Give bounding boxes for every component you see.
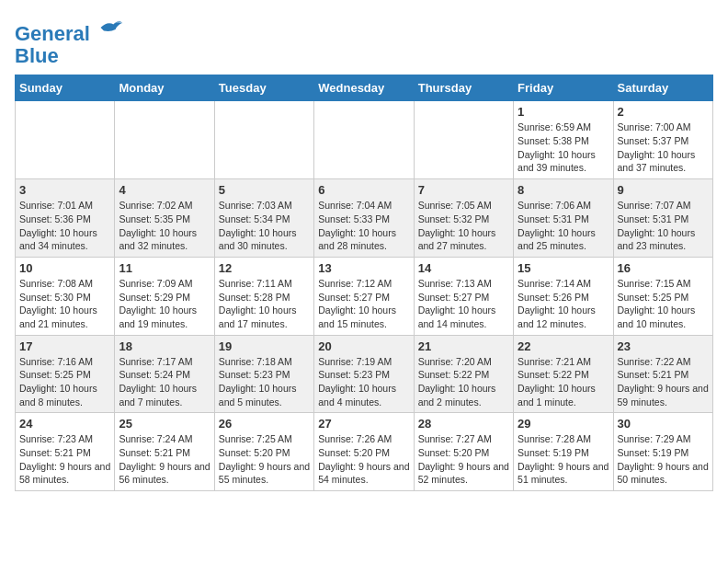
calendar-cell: 26Sunrise: 7:25 AM Sunset: 5:20 PM Dayli… [214,413,313,491]
day-number: 27 [318,417,409,431]
day-number: 28 [418,417,509,431]
day-info: Sunrise: 7:16 AM Sunset: 5:25 PM Dayligh… [19,355,110,409]
calendar-cell: 14Sunrise: 7:13 AM Sunset: 5:27 PM Dayli… [414,257,513,335]
calendar-cell: 30Sunrise: 7:29 AM Sunset: 5:19 PM Dayli… [613,413,712,491]
calendar-cell: 20Sunrise: 7:19 AM Sunset: 5:23 PM Dayli… [314,335,414,413]
day-number: 8 [518,183,609,197]
day-number: 16 [618,261,709,275]
day-info: Sunrise: 7:18 AM Sunset: 5:23 PM Dayligh… [219,355,310,409]
calendar-week-4: 24Sunrise: 7:23 AM Sunset: 5:21 PM Dayli… [16,413,713,491]
day-info: Sunrise: 7:06 AM Sunset: 5:31 PM Dayligh… [518,199,609,253]
day-info: Sunrise: 7:19 AM Sunset: 5:23 PM Dayligh… [318,355,409,409]
day-number: 15 [518,261,609,275]
calendar-cell: 23Sunrise: 7:22 AM Sunset: 5:21 PM Dayli… [613,335,712,413]
day-info: Sunrise: 7:26 AM Sunset: 5:20 PM Dayligh… [318,432,409,487]
calendar-cell: 17Sunrise: 7:16 AM Sunset: 5:25 PM Dayli… [16,335,115,413]
day-info: Sunrise: 7:17 AM Sunset: 5:24 PM Dayligh… [119,355,210,409]
day-info: Sunrise: 7:07 AM Sunset: 5:31 PM Dayligh… [618,199,709,253]
calendar-cell: 11Sunrise: 7:09 AM Sunset: 5:29 PM Dayli… [115,257,214,335]
day-number: 3 [19,183,110,197]
weekday-header-thursday: Thursday [414,75,513,101]
day-info: Sunrise: 7:12 AM Sunset: 5:27 PM Dayligh… [318,277,409,331]
weekday-header-sunday: Sunday [16,75,115,101]
calendar-cell: 5Sunrise: 7:03 AM Sunset: 5:34 PM Daylig… [214,179,313,258]
calendar-cell: 4Sunrise: 7:02 AM Sunset: 5:35 PM Daylig… [115,179,214,258]
day-info: Sunrise: 7:03 AM Sunset: 5:34 PM Dayligh… [219,199,310,253]
calendar-cell: 18Sunrise: 7:17 AM Sunset: 5:24 PM Dayli… [115,335,214,413]
weekday-header-saturday: Saturday [613,75,712,101]
weekday-header-friday: Friday [514,75,613,101]
day-number: 21 [418,339,509,353]
weekday-header-tuesday: Tuesday [214,75,313,101]
day-info: Sunrise: 7:15 AM Sunset: 5:25 PM Dayligh… [618,277,709,331]
calendar-cell [115,101,214,179]
calendar-cell: 6Sunrise: 7:04 AM Sunset: 5:33 PM Daylig… [314,179,414,258]
day-number: 29 [518,417,609,431]
day-number: 4 [119,183,210,197]
calendar-cell: 15Sunrise: 7:14 AM Sunset: 5:26 PM Dayli… [514,257,613,335]
weekday-header-monday: Monday [115,75,214,101]
day-info: Sunrise: 7:20 AM Sunset: 5:22 PM Dayligh… [418,355,509,409]
calendar-cell: 16Sunrise: 7:15 AM Sunset: 5:25 PM Dayli… [613,257,712,335]
day-number: 26 [219,417,310,431]
day-info: Sunrise: 7:08 AM Sunset: 5:30 PM Dayligh… [19,277,110,331]
day-info: Sunrise: 7:27 AM Sunset: 5:20 PM Dayligh… [418,432,509,487]
day-info: Sunrise: 7:25 AM Sunset: 5:20 PM Dayligh… [219,432,310,487]
calendar-cell: 10Sunrise: 7:08 AM Sunset: 5:30 PM Dayli… [16,257,115,335]
calendar-cell: 9Sunrise: 7:07 AM Sunset: 5:31 PM Daylig… [613,179,712,258]
day-info: Sunrise: 7:24 AM Sunset: 5:21 PM Dayligh… [119,432,210,487]
day-number: 23 [618,339,709,353]
calendar-cell: 19Sunrise: 7:18 AM Sunset: 5:23 PM Dayli… [214,335,313,413]
day-number: 10 [19,261,110,275]
day-info: Sunrise: 7:28 AM Sunset: 5:19 PM Dayligh… [518,432,609,487]
day-number: 13 [318,261,409,275]
logo-blue: Blue [15,45,123,67]
calendar-cell [414,101,513,179]
calendar-cell: 12Sunrise: 7:11 AM Sunset: 5:28 PM Dayli… [214,257,313,335]
calendar-week-3: 17Sunrise: 7:16 AM Sunset: 5:25 PM Dayli… [16,335,713,413]
calendar-cell [314,101,414,179]
calendar-header: SundayMondayTuesdayWednesdayThursdayFrid… [16,75,713,101]
calendar-body: 1Sunrise: 6:59 AM Sunset: 5:38 PM Daylig… [16,101,713,491]
calendar: SundayMondayTuesdayWednesdayThursdayFrid… [15,75,713,491]
day-number: 12 [219,261,310,275]
calendar-cell: 22Sunrise: 7:21 AM Sunset: 5:22 PM Dayli… [514,335,613,413]
day-number: 18 [119,339,210,353]
day-number: 14 [418,261,509,275]
day-number: 24 [19,417,110,431]
day-info: Sunrise: 7:00 AM Sunset: 5:37 PM Dayligh… [618,121,709,175]
calendar-cell: 28Sunrise: 7:27 AM Sunset: 5:20 PM Dayli… [414,413,513,491]
day-info: Sunrise: 6:59 AM Sunset: 5:38 PM Dayligh… [518,121,609,175]
day-info: Sunrise: 7:21 AM Sunset: 5:22 PM Dayligh… [518,355,609,409]
day-number: 5 [219,183,310,197]
day-number: 25 [119,417,210,431]
day-number: 6 [318,183,409,197]
calendar-cell: 2Sunrise: 7:00 AM Sunset: 5:37 PM Daylig… [613,101,712,179]
day-number: 20 [318,339,409,353]
calendar-cell: 3Sunrise: 7:01 AM Sunset: 5:36 PM Daylig… [16,179,115,258]
day-number: 7 [418,183,509,197]
calendar-week-1: 3Sunrise: 7:01 AM Sunset: 5:36 PM Daylig… [16,179,713,258]
day-info: Sunrise: 7:01 AM Sunset: 5:36 PM Dayligh… [19,199,110,253]
day-info: Sunrise: 7:05 AM Sunset: 5:32 PM Dayligh… [418,199,509,253]
calendar-cell: 8Sunrise: 7:06 AM Sunset: 5:31 PM Daylig… [514,179,613,258]
calendar-week-0: 1Sunrise: 6:59 AM Sunset: 5:38 PM Daylig… [16,101,713,179]
day-number: 9 [618,183,709,197]
day-info: Sunrise: 7:23 AM Sunset: 5:21 PM Dayligh… [19,432,110,487]
day-number: 30 [618,417,709,431]
day-info: Sunrise: 7:09 AM Sunset: 5:29 PM Dayligh… [119,277,210,331]
day-number: 1 [518,105,609,119]
logo-bird-icon [97,15,123,40]
day-number: 17 [19,339,110,353]
day-info: Sunrise: 7:14 AM Sunset: 5:26 PM Dayligh… [518,277,609,331]
header: General Blue [15,15,713,67]
logo-text: General [15,15,123,45]
header-row: SundayMondayTuesdayWednesdayThursdayFrid… [16,75,713,101]
day-info: Sunrise: 7:13 AM Sunset: 5:27 PM Dayligh… [418,277,509,331]
calendar-cell: 7Sunrise: 7:05 AM Sunset: 5:32 PM Daylig… [414,179,513,258]
calendar-cell: 25Sunrise: 7:24 AM Sunset: 5:21 PM Dayli… [115,413,214,491]
day-info: Sunrise: 7:22 AM Sunset: 5:21 PM Dayligh… [618,355,709,409]
weekday-header-wednesday: Wednesday [314,75,414,101]
calendar-cell: 24Sunrise: 7:23 AM Sunset: 5:21 PM Dayli… [16,413,115,491]
day-info: Sunrise: 7:11 AM Sunset: 5:28 PM Dayligh… [219,277,310,331]
